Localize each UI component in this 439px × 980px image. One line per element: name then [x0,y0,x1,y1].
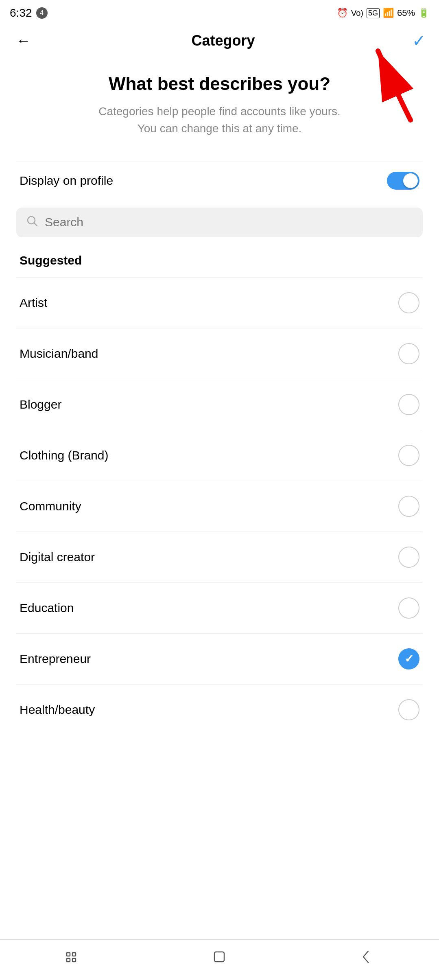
category-name: Health/beauty [20,703,95,717]
bottom-nav [0,939,439,980]
category-name: Community [20,499,81,513]
category-name: Digital creator [20,550,95,564]
signal-bars-icon: 📶 [383,8,394,18]
category-radio[interactable] [398,547,419,568]
category-radio[interactable] [398,343,419,364]
display-on-profile-toggle[interactable] [387,172,419,190]
category-item[interactable]: Musician/band [16,328,423,379]
category-radio[interactable] [398,292,419,313]
category-radio[interactable] [398,445,419,466]
hero-section: What best describes you? Categories help… [16,57,423,162]
bottom-nav-back-button[interactable] [356,947,376,967]
category-radio[interactable] [398,394,419,415]
suggested-label: Suggested [16,254,423,277]
notification-badge: 4 [36,7,48,19]
battery-icon: 🔋 [418,8,429,18]
hero-subtitle: Categories help people find accounts lik… [24,103,415,137]
svg-line-2 [34,223,37,226]
bottom-nav-menu-button[interactable] [63,947,83,967]
status-icons: ⏰ Vo) 5G 📶 65% 🔋 [337,8,429,18]
category-item[interactable]: Blogger [16,379,423,430]
category-item[interactable]: Community [16,481,423,532]
category-name: Education [20,601,74,615]
display-on-profile-label: Display on profile [20,174,113,188]
bottom-nav-home-button[interactable] [210,947,229,967]
page-content: What best describes you? Categories help… [0,57,439,735]
svg-rect-7 [214,952,224,962]
search-box [16,208,423,237]
search-icon [26,215,38,230]
search-input[interactable] [45,215,413,229]
hero-title: What best describes you? [24,73,415,95]
category-list: ArtistMusician/bandBloggerClothing (Bran… [16,277,423,735]
category-radio[interactable] [398,648,419,669]
status-time: 6:32 [10,7,32,20]
category-name: Blogger [20,398,61,411]
category-name: Entrepreneur [20,652,91,666]
back-button[interactable]: ← [13,32,34,49]
display-on-profile-row: Display on profile [16,162,423,199]
category-item[interactable]: Digital creator [16,532,423,582]
category-item[interactable]: Education [16,582,423,633]
category-item[interactable]: Artist [16,277,423,328]
svg-rect-4 [72,953,76,956]
category-name: Musician/band [20,347,98,361]
toggle-knob [403,173,418,188]
category-item[interactable]: Entrepreneur [16,633,423,684]
battery-indicator: 65% [397,8,415,18]
category-item[interactable]: Clothing (Brand) [16,430,423,481]
category-item[interactable]: Health/beauty [16,684,423,735]
category-radio[interactable] [398,496,419,517]
signal-icon: Vo) [351,9,363,18]
alarm-icon: ⏰ [337,8,348,18]
category-name: Artist [20,296,47,310]
network-5g-icon: 5G [367,8,380,18]
category-radio[interactable] [398,699,419,720]
svg-rect-6 [72,958,76,962]
search-container [16,208,423,237]
confirm-button[interactable]: ✓ [412,31,426,50]
status-bar: 6:32 4 ⏰ Vo) 5G 📶 65% 🔋 [0,0,439,24]
category-name: Clothing (Brand) [20,448,108,462]
svg-rect-5 [67,958,70,962]
svg-rect-3 [67,953,70,956]
top-nav: ← Category ✓ [0,24,439,57]
page-title: Category [191,32,255,49]
category-radio[interactable] [398,597,419,619]
